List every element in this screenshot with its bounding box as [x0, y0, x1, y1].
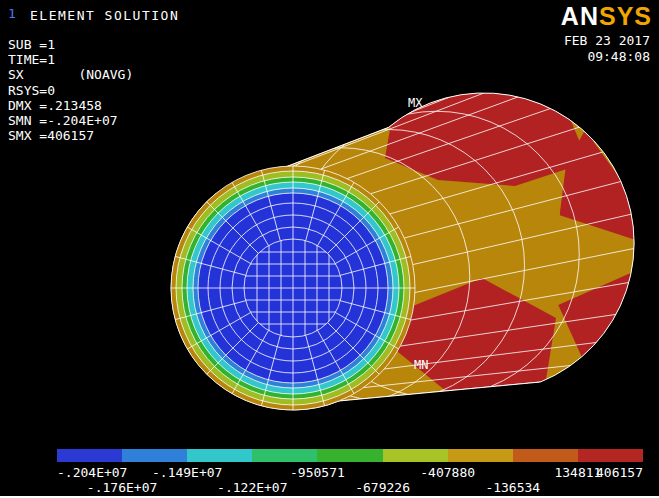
legend-value: -.204E+07 — [57, 465, 127, 480]
legend-value: -.122E+07 — [217, 480, 287, 495]
legend-colorbar — [57, 449, 643, 462]
min-stress-label: MN — [414, 358, 428, 372]
legend-value: -.176E+07 — [87, 480, 157, 495]
legend-segment — [252, 449, 317, 462]
legend-segment — [57, 449, 122, 462]
legend-value: 134811 — [554, 465, 601, 480]
legend-segment — [122, 449, 187, 462]
legend-segment — [317, 449, 382, 462]
face-mesh — [171, 166, 415, 410]
max-stress-label: MX — [408, 96, 423, 110]
legend-segment — [383, 449, 448, 462]
legend-value: -950571 — [290, 465, 345, 480]
legend-segment — [578, 449, 643, 462]
legend-value: -679226 — [355, 480, 410, 495]
legend-segment — [187, 449, 252, 462]
ansys-graphics-window: 1 ELEMENT SOLUTION SUB =1 TIME=1 SX (NOA… — [0, 0, 659, 498]
legend-segment — [448, 449, 513, 462]
legend-value: 406157 — [596, 465, 643, 480]
legend-value: -407880 — [420, 465, 475, 480]
legend-segment — [513, 449, 578, 462]
legend-value: -136534 — [485, 480, 540, 495]
legend: -.204E+07 -.176E+07 -.149E+07 -.122E+07 … — [57, 449, 643, 498]
legend-value: -.149E+07 — [152, 465, 222, 480]
legend-labels: -.204E+07 -.176E+07 -.149E+07 -.122E+07 … — [57, 465, 643, 498]
model-viewport[interactable]: MX MN — [0, 0, 659, 498]
